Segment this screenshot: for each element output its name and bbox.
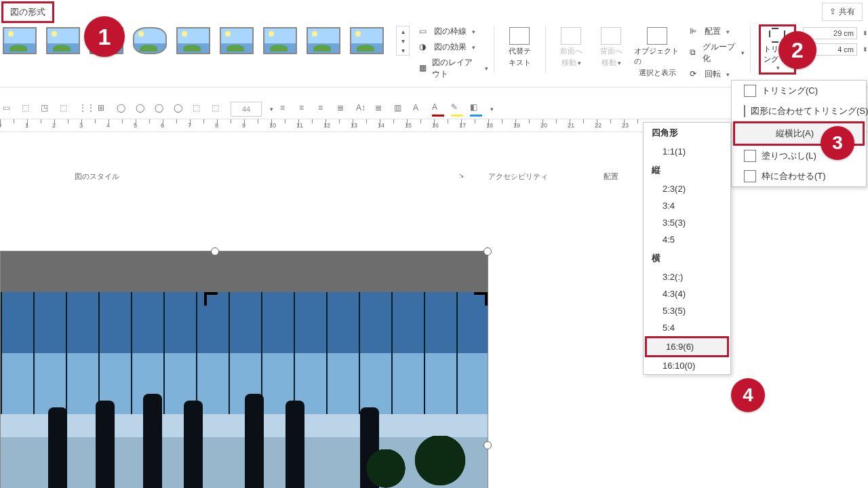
dialog-launcher-icon[interactable]: ↘: [458, 171, 464, 179]
aspect-3-4[interactable]: 3:4: [644, 197, 730, 214]
pic-style-5[interactable]: [176, 27, 210, 54]
aspect-header-portrait: 縦: [644, 160, 730, 180]
crop-icon: [744, 85, 756, 97]
aspect-4-5[interactable]: 4:5: [644, 231, 730, 248]
qat-icon[interactable]: ◯: [136, 103, 148, 115]
spacing-icon[interactable]: A↕: [356, 103, 368, 115]
fill-icon: [744, 150, 756, 162]
picture-format-options: ▭図の枠線▾ ◑図の効果▾ ▦図のレイアウト▾: [419, 26, 488, 80]
border-icon: ▭: [419, 26, 430, 37]
qat-icon[interactable]: ⬚: [60, 103, 72, 115]
line-spacing-icon[interactable]: ≣: [375, 103, 387, 115]
arrange-options: ⊫配置▾ ⧉グループ化▾ ⟳回転▾: [690, 26, 745, 80]
aspect-1-1[interactable]: 1:1(1): [644, 143, 730, 160]
align-center-icon[interactable]: ≡: [299, 103, 311, 115]
picture-effects-button[interactable]: ◑図の効果▾: [419, 41, 488, 53]
crop-handle[interactable]: [474, 292, 488, 306]
pic-style-9[interactable]: [350, 27, 384, 54]
layout-icon: ▦: [419, 63, 428, 74]
qat-icon[interactable]: ◯: [155, 103, 167, 115]
highlight-icon[interactable]: ✎: [451, 102, 463, 117]
qat-icon[interactable]: ◳: [41, 103, 53, 115]
qat-icon[interactable]: ⋮⋮: [79, 103, 91, 115]
chevron-down-icon: ▾: [485, 65, 488, 72]
aspect-3-2[interactable]: 3:2(:): [644, 268, 730, 285]
font-size-box[interactable]: 44: [231, 102, 262, 117]
fit-icon: [744, 170, 756, 182]
group-label-arrange: 配置: [604, 171, 618, 182]
picture-layout-button[interactable]: ▦図のレイアウト▾: [419, 57, 488, 80]
qat-icon[interactable]: ◯: [174, 103, 186, 115]
align-icon: ⊫: [690, 26, 701, 37]
chevron-down-icon: ▾: [472, 28, 475, 35]
picture-styles-more[interactable]: ▴▾▾: [396, 26, 410, 56]
shape-icon: [744, 105, 745, 117]
alt-text-button[interactable]: 代替テ キスト: [499, 26, 539, 69]
fill-icon[interactable]: ◧: [470, 102, 482, 117]
qat-icon[interactable]: ⬚: [212, 103, 224, 115]
qat-icon[interactable]: ◯: [117, 103, 129, 115]
pic-style-7[interactable]: [263, 27, 297, 54]
qat-icon[interactable]: ⬚: [193, 103, 205, 115]
alt-text-icon: [509, 27, 530, 45]
group-icon: ⧉: [690, 47, 698, 58]
picture-styles-gallery[interactable]: ▴▾▾: [0, 22, 412, 56]
aspect-ratio-submenu: 四角形 1:1(1) 縦 2:3(2) 3:4 3:5(3) 4:5 横 3:2…: [643, 122, 731, 375]
picture-border-button[interactable]: ▭図の枠線▾: [419, 26, 488, 37]
chevron-down-icon: ▾: [776, 64, 780, 71]
selection-handle[interactable]: [211, 247, 219, 256]
aspect-2-3[interactable]: 2:3(2): [644, 180, 730, 197]
font-color-icon[interactable]: A: [432, 102, 444, 117]
bring-forward-button[interactable]: 前面へ 移動▾: [551, 26, 591, 69]
qat-icon[interactable]: ⊞: [98, 103, 110, 115]
qat-icon[interactable]: ⬚: [22, 103, 34, 115]
pic-style-1[interactable]: [3, 27, 37, 54]
callout-3: 3: [821, 126, 854, 160]
selection-pane-button[interactable]: オブジェクトの 選択と表示: [631, 26, 683, 79]
callout-4: 4: [731, 378, 765, 412]
group-label-styles: 図のスタイル: [75, 171, 119, 182]
aspect-5-4[interactable]: 5:4: [644, 319, 730, 336]
aspect-16-10[interactable]: 16:10(0): [644, 357, 730, 374]
selection-handle[interactable]: [484, 247, 492, 256]
send-backward-button[interactable]: 背面へ 移動▾: [591, 26, 631, 69]
qat-icon[interactable]: ▭: [3, 103, 15, 115]
pic-style-6[interactable]: [220, 27, 254, 54]
menu-crop-to-shape[interactable]: 図形に合わせてトリミング(S)›: [732, 101, 866, 121]
rotate-button[interactable]: ⟳回転▾: [690, 68, 745, 80]
align-button[interactable]: ⊫配置▾: [690, 26, 745, 37]
aspect-header-landscape: 横: [644, 248, 730, 268]
aspect-16-9[interactable]: 16:9(6): [645, 336, 729, 357]
columns-icon[interactable]: ▥: [394, 103, 406, 115]
callout-1: 1: [84, 16, 125, 57]
aspect-header-square: 四角形: [644, 123, 730, 143]
justify-icon[interactable]: ≣: [337, 103, 349, 115]
title-bar: 図の形式 ⇪共有: [0, 0, 868, 22]
share-icon: ⇪: [829, 7, 836, 16]
rotate-icon: ⟳: [690, 69, 701, 80]
aspect-5-3[interactable]: 5:3(5): [644, 302, 730, 319]
crop-handle[interactable]: [204, 292, 218, 306]
callout-2: 2: [778, 31, 816, 69]
selection-handle[interactable]: [484, 441, 492, 449]
ribbon: ▴▾▾ ▭図の枠線▾ ◑図の効果▾ ▦図のレイアウト▾ 代替テ キスト 前面へ …: [0, 22, 868, 87]
menu-crop[interactable]: トリミング(C): [732, 81, 866, 101]
tab-picture-format[interactable]: 図の形式: [1, 1, 54, 23]
align-left-icon[interactable]: ≡: [280, 103, 292, 115]
pic-style-8[interactable]: [307, 27, 340, 54]
font-icon[interactable]: A: [413, 103, 425, 115]
aspect-4-3[interactable]: 4:3(4): [644, 285, 730, 302]
bring-forward-icon: [561, 27, 581, 45]
selected-picture[interactable]: [0, 251, 488, 488]
align-right-icon[interactable]: ≡: [318, 103, 330, 115]
share-button[interactable]: ⇪共有: [822, 3, 863, 21]
menu-fit[interactable]: 枠に合わせる(T): [732, 166, 866, 186]
pic-style-4[interactable]: [133, 27, 167, 54]
aspect-3-5[interactable]: 3:5(3): [644, 214, 730, 231]
effects-icon: ◑: [419, 42, 430, 53]
group-label-accessibility: アクセシビリティ: [488, 171, 548, 182]
group-button[interactable]: ⧉グループ化▾: [690, 41, 745, 64]
pic-style-2[interactable]: [46, 27, 80, 54]
chevron-down-icon: ▾: [472, 44, 475, 51]
send-backward-icon: [601, 27, 621, 45]
